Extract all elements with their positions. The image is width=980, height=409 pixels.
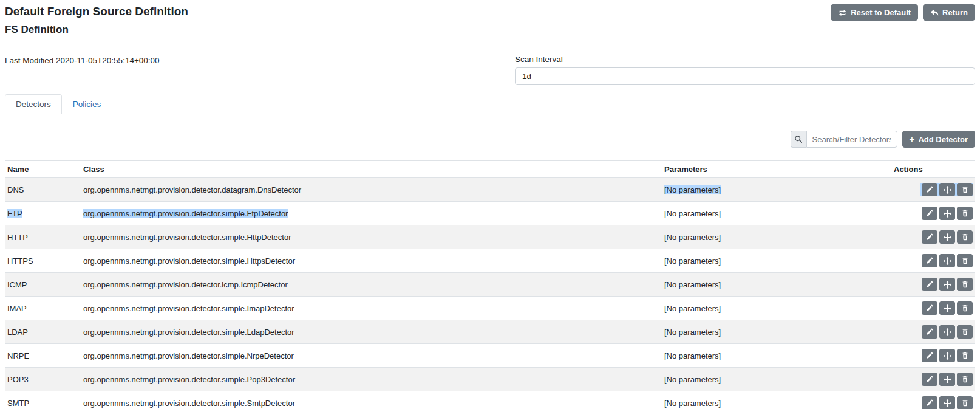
move-icon xyxy=(944,186,951,194)
pencil-icon xyxy=(926,233,933,241)
tab-detectors[interactable]: Detectors xyxy=(5,94,62,114)
delete-detector-button[interactable] xyxy=(957,373,973,386)
delete-detector-button[interactable] xyxy=(957,230,973,244)
cell-detector-actions xyxy=(891,202,975,225)
table-row: FTPorg.opennms.netmgt.provision.detector… xyxy=(5,202,975,225)
edit-detector-button[interactable] xyxy=(922,278,937,291)
action-button-group xyxy=(920,254,973,267)
cell-detector-parameters: [No parameters] xyxy=(662,249,891,273)
move-detector-button[interactable] xyxy=(939,396,955,409)
cell-detector-class: org.opennms.netmgt.provision.detector.si… xyxy=(81,344,662,368)
edit-detector-button[interactable] xyxy=(922,254,937,267)
table-row: HTTPSorg.opennms.netmgt.provision.detect… xyxy=(5,249,975,273)
cell-detector-parameters: [No parameters] xyxy=(662,178,891,202)
detectors-toolbar: + Add Detector xyxy=(5,131,975,148)
move-detector-button[interactable] xyxy=(939,254,955,267)
move-icon xyxy=(944,281,951,289)
move-icon xyxy=(944,399,951,407)
move-detector-button[interactable] xyxy=(939,183,955,196)
move-icon xyxy=(944,233,951,241)
move-detector-button[interactable] xyxy=(939,325,955,339)
move-icon xyxy=(944,328,951,336)
detectors-table: Name Class Parameters Actions DNSorg.ope… xyxy=(5,160,975,409)
cell-detector-parameters: [No parameters] xyxy=(662,391,891,409)
retweet-icon xyxy=(838,9,847,16)
trash-icon xyxy=(962,376,968,383)
return-label: Return xyxy=(942,8,968,17)
move-detector-button[interactable] xyxy=(939,301,955,315)
edit-detector-button[interactable] xyxy=(922,183,937,196)
scan-interval-label: Scan Interval xyxy=(515,55,975,64)
delete-detector-button[interactable] xyxy=(957,254,973,267)
move-icon xyxy=(944,257,951,265)
trash-icon xyxy=(962,352,968,359)
tab-policies[interactable]: Policies xyxy=(62,94,112,114)
move-detector-button[interactable] xyxy=(939,278,955,291)
delete-detector-button[interactable] xyxy=(957,396,973,409)
move-icon xyxy=(944,210,951,218)
add-detector-label: Add Detector xyxy=(918,135,968,144)
column-header-name: Name xyxy=(5,161,81,178)
cell-detector-actions xyxy=(891,344,975,368)
action-button-group xyxy=(920,278,973,291)
cell-detector-actions xyxy=(891,273,975,297)
cell-detector-parameters: [No parameters] xyxy=(662,225,891,249)
delete-detector-button[interactable] xyxy=(957,325,973,339)
table-row: ICMPorg.opennms.netmgt.provision.detecto… xyxy=(5,273,975,297)
action-button-group xyxy=(920,183,973,196)
header-actions: Reset to Default Return xyxy=(831,4,975,21)
trash-icon xyxy=(962,210,968,217)
move-icon xyxy=(944,352,951,360)
cell-detector-name: DNS xyxy=(5,178,81,202)
tab-bar: Detectors Policies xyxy=(5,94,975,114)
cell-detector-name: HTTPS xyxy=(5,249,81,273)
cell-detector-class: org.opennms.netmgt.provision.detector.ic… xyxy=(81,273,662,297)
pencil-icon xyxy=(926,210,933,217)
move-detector-button[interactable] xyxy=(939,373,955,386)
edit-detector-button[interactable] xyxy=(922,301,937,315)
trash-icon xyxy=(962,328,968,335)
edit-detector-button[interactable] xyxy=(922,207,937,220)
edit-detector-button[interactable] xyxy=(922,230,937,244)
scan-interval-input[interactable] xyxy=(515,67,975,85)
move-detector-button[interactable] xyxy=(939,349,955,362)
cell-detector-name: FTP xyxy=(5,202,81,225)
delete-detector-button[interactable] xyxy=(957,207,973,220)
cell-detector-class: org.opennms.netmgt.provision.detector.da… xyxy=(81,178,662,202)
cell-detector-name: ICMP xyxy=(5,273,81,297)
table-row: POP3org.opennms.netmgt.provision.detecto… xyxy=(5,368,975,391)
search-input[interactable] xyxy=(806,131,897,148)
cell-detector-actions xyxy=(891,320,975,344)
add-detector-button[interactable]: + Add Detector xyxy=(902,131,975,148)
trash-icon xyxy=(962,257,968,264)
edit-detector-button[interactable] xyxy=(922,325,937,339)
trash-icon xyxy=(962,186,968,193)
return-button[interactable]: Return xyxy=(923,4,975,21)
trash-icon xyxy=(962,233,968,241)
page-subtitle: FS Definition xyxy=(5,24,188,36)
delete-detector-button[interactable] xyxy=(957,301,973,315)
cell-detector-class: org.opennms.netmgt.provision.detector.si… xyxy=(81,249,662,273)
cell-detector-name: SMTP xyxy=(5,391,81,409)
move-detector-button[interactable] xyxy=(939,207,955,220)
cell-detector-parameters: [No parameters] xyxy=(662,368,891,391)
edit-detector-button[interactable] xyxy=(922,349,937,362)
edit-detector-button[interactable] xyxy=(922,396,937,409)
detectors-table-head: Name Class Parameters Actions xyxy=(5,161,975,178)
move-icon xyxy=(944,376,951,383)
action-button-group xyxy=(920,301,973,315)
trash-icon xyxy=(962,304,968,312)
cell-detector-name: IMAP xyxy=(5,297,81,320)
delete-detector-button[interactable] xyxy=(957,349,973,362)
delete-detector-button[interactable] xyxy=(957,278,973,291)
title-block: Default Foreign Source Definition FS Def… xyxy=(5,4,188,36)
cell-detector-actions xyxy=(891,225,975,249)
move-detector-button[interactable] xyxy=(939,230,955,244)
edit-detector-button[interactable] xyxy=(922,373,937,386)
table-row: IMAPorg.opennms.netmgt.provision.detecto… xyxy=(5,297,975,320)
reset-to-default-button[interactable]: Reset to Default xyxy=(831,4,918,21)
delete-detector-button[interactable] xyxy=(957,183,973,196)
table-row: NRPEorg.opennms.netmgt.provision.detecto… xyxy=(5,344,975,368)
cell-detector-class: org.opennms.netmgt.provision.detector.si… xyxy=(81,225,662,249)
table-row: HTTPorg.opennms.netmgt.provision.detecto… xyxy=(5,225,975,249)
